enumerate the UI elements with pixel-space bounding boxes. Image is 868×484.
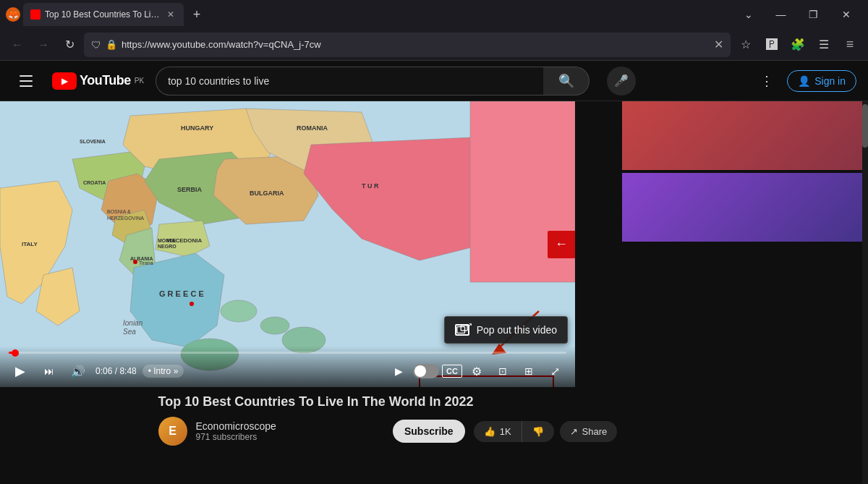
country-code: PK xyxy=(135,77,144,85)
cc-button[interactable]: CC xyxy=(442,365,462,378)
right-sidebar xyxy=(622,101,868,484)
tab-close-button[interactable]: ✕ xyxy=(165,9,176,20)
search-bar: 🔍 xyxy=(156,67,590,95)
lock-icon: 🔒 xyxy=(106,39,117,50)
channel-subscribers: 971 subscribers xyxy=(196,432,384,442)
tab-list-button[interactable]: ⌄ xyxy=(732,3,765,26)
tab-title: Top 10 Best Countries To Live I... xyxy=(45,9,161,20)
svg-point-38 xyxy=(190,302,194,306)
address-bar[interactable]: 🛡 🔒 https://www.youtube.com/watch?v=qCNA… xyxy=(84,33,731,57)
svg-text:ROMANIA: ROMANIA xyxy=(297,124,328,132)
progress-fill xyxy=(9,352,15,354)
browser-titlebar: 🦊 Top 10 Best Countries To Live I... ✕ +… xyxy=(0,0,868,29)
svg-text:SLOVENIA: SLOVENIA xyxy=(80,139,106,144)
svg-text:T U R: T U R xyxy=(362,182,379,190)
share-icon: ↗ xyxy=(570,426,578,437)
miniplayer-button[interactable]: ⊡ xyxy=(491,360,514,383)
close-button[interactable]: ✕ xyxy=(830,3,862,26)
url-text: https://www.youtube.com/watch?v=qCNA_j-7… xyxy=(122,39,710,50)
svg-text:BULGARIA: BULGARIA xyxy=(250,190,284,197)
scrollbar-track xyxy=(862,101,868,484)
time-display: 0:06 / 8:48 xyxy=(95,366,137,376)
share-label: Share xyxy=(582,426,608,437)
firefox-icon: 🦊 xyxy=(6,7,20,22)
more-options-button[interactable]: ⋮ xyxy=(752,67,781,95)
dislike-button[interactable]: 👎 xyxy=(522,421,554,442)
volume-button[interactable]: 🔊 xyxy=(67,360,90,383)
scrollbar-thumb[interactable] xyxy=(862,104,868,148)
svg-text:HUNGARY: HUNGARY xyxy=(181,124,213,132)
next-button[interactable]: ⏭ xyxy=(38,360,61,383)
youtube-header: YouTubePK 🔍 🎤 ⋮ 👤 Sign in xyxy=(0,61,868,101)
svg-text:MACEDONIA: MACEDONIA xyxy=(166,237,203,244)
video-player[interactable]: HUNGARY ROMANIA SLOVENIA CROATIA BOSNIA … xyxy=(0,101,575,387)
hamburger-line-2 xyxy=(20,80,33,82)
play-button[interactable]: ▶ xyxy=(9,360,32,383)
back-button[interactable]: ← xyxy=(6,33,29,56)
video-controls: ▶ ⏭ 🔊 0:06 / 8:48 • Intro » ▶ xyxy=(0,346,575,387)
tab-favicon xyxy=(30,9,41,20)
youtube-app: YouTubePK 🔍 🎤 ⋮ 👤 Sign in xyxy=(0,61,868,484)
autoplay-icon[interactable]: ▶ xyxy=(387,360,410,383)
new-tab-button[interactable]: + xyxy=(187,4,207,25)
autoplay-toggle[interactable] xyxy=(413,364,439,378)
svg-point-13 xyxy=(221,300,257,322)
fullscreen-button[interactable]: ⤢ xyxy=(543,360,566,383)
sidebar-toggle[interactable]: ≡ xyxy=(838,33,862,57)
theater-button[interactable]: ⊞ xyxy=(517,360,540,383)
forward-button[interactable]: → xyxy=(32,33,55,56)
pop-out-tooltip[interactable]: Pop out this video xyxy=(444,316,568,344)
svg-text:SERBIA: SERBIA xyxy=(177,186,203,193)
svg-text:NEGRO: NEGRO xyxy=(158,244,176,249)
like-icon: 👍 xyxy=(484,426,495,437)
share-button[interactable]: ↗ Share xyxy=(560,421,618,442)
menu-button[interactable]: ☰ xyxy=(812,33,836,57)
svg-text:HERZEGOVINA: HERZEGOVINA xyxy=(107,216,144,221)
svg-point-36 xyxy=(133,260,137,264)
svg-text:Sea: Sea xyxy=(123,328,136,336)
youtube-logo-text: YouTube xyxy=(80,73,131,88)
pocket-button[interactable]: 🅿 xyxy=(760,33,784,57)
bookmark-button[interactable]: ☆ xyxy=(733,33,758,57)
back-nav-button[interactable]: ← xyxy=(548,231,575,258)
hamburger-line-3 xyxy=(20,85,33,87)
sidebar-thumbnail-2[interactable] xyxy=(622,173,868,242)
channel-avatar: E xyxy=(158,417,187,446)
browser-tab[interactable]: Top 10 Best Countries To Live I... ✕ xyxy=(23,3,184,26)
sidebar-thumbnail-1[interactable] xyxy=(622,101,868,170)
toggle-knob xyxy=(414,365,426,377)
like-count: 1K xyxy=(500,426,511,437)
svg-text:BOSNIA &: BOSNIA & xyxy=(107,209,131,214)
pop-out-icon xyxy=(455,324,469,336)
dislike-icon: 👎 xyxy=(532,426,544,437)
controls-row: ▶ ⏭ 🔊 0:06 / 8:48 • Intro » ▶ xyxy=(9,360,566,383)
refresh-button[interactable]: ↻ xyxy=(58,33,81,56)
svg-text:ITALY: ITALY xyxy=(22,241,38,247)
hamburger-line-1 xyxy=(20,75,33,77)
extensions-button[interactable]: 🧩 xyxy=(786,33,810,57)
minimize-button[interactable]: — xyxy=(765,3,797,26)
hamburger-menu-button[interactable] xyxy=(12,67,41,95)
address-clear-icon[interactable]: ✕ xyxy=(714,38,723,51)
search-button[interactable]: 🔍 xyxy=(543,67,590,95)
sign-in-button[interactable]: 👤 Sign in xyxy=(787,70,856,92)
content-wrapper: HUNGARY ROMANIA SLOVENIA CROATIA BOSNIA … xyxy=(0,101,868,484)
maximize-button[interactable]: ❐ xyxy=(797,3,830,26)
progress-bar[interactable] xyxy=(9,352,566,354)
account-icon: 👤 xyxy=(798,75,810,87)
channel-name: Economicroscope xyxy=(196,420,384,432)
address-bar-row: ← → ↻ 🛡 🔒 https://www.youtube.com/watch?… xyxy=(0,29,868,61)
settings-button[interactable]: ⚙ xyxy=(465,360,488,383)
controls-right: ▶ CC ⚙ ⊡ ⊞ ⤢ xyxy=(387,360,566,383)
subscribe-button[interactable]: Subscribe xyxy=(393,420,465,443)
intro-badge[interactable]: • Intro » xyxy=(142,365,184,378)
like-button[interactable]: 👍 1K xyxy=(474,421,522,442)
svg-text:Tirana: Tirana xyxy=(139,260,153,266)
search-input[interactable] xyxy=(156,67,543,95)
youtube-logo[interactable]: YouTubePK xyxy=(52,72,144,90)
svg-point-14 xyxy=(260,317,289,334)
youtube-logo-icon xyxy=(52,72,77,90)
mic-button[interactable]: 🎤 xyxy=(607,67,636,95)
like-dislike-group: 👍 1K 👎 xyxy=(474,421,554,442)
svg-text:CROATIA: CROATIA xyxy=(83,180,106,185)
